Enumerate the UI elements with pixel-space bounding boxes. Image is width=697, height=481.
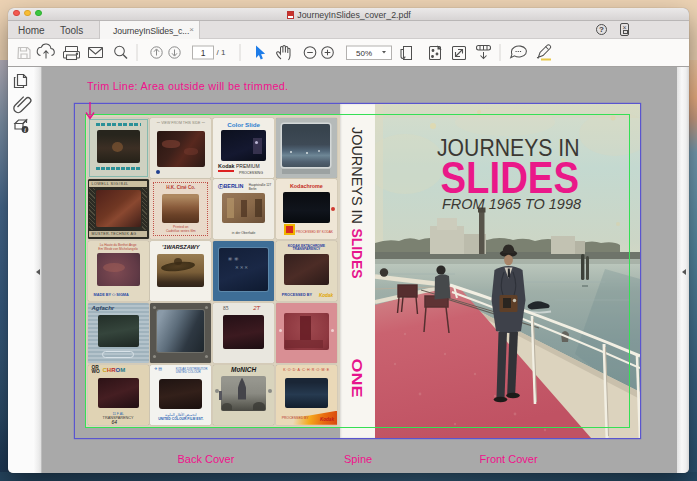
svg-text:1: 1 [201,48,206,58]
svg-text:/ 1: / 1 [217,48,226,57]
svg-text:JOURNEYS IN: JOURNEYS IN [349,127,366,224]
svg-text:ONE: ONE [349,358,366,397]
svg-text:FROM 1965 TO 1998: FROM 1965 TO 1998 [442,195,582,212]
svg-text:50%: 50% [356,49,372,58]
svg-text:SLIDES: SLIDES [349,228,366,278]
